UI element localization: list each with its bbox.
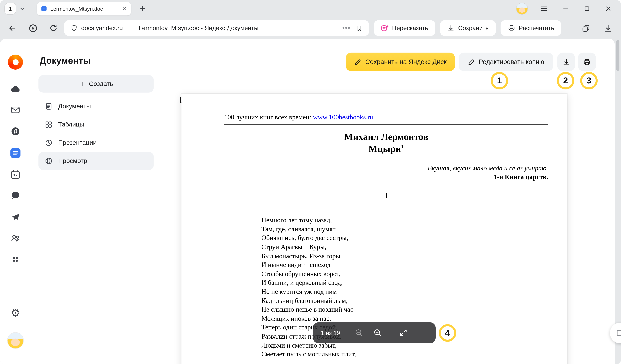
documents-blue-icon [9, 147, 21, 159]
save-page-button[interactable]: Сохранить [440, 20, 496, 36]
sidebar-item-view[interactable]: Просмотр [38, 152, 154, 170]
document-header: 100 лучших книг всех времен: www.100best… [224, 113, 548, 125]
shield-icon [70, 25, 78, 32]
sidebar-item-tables[interactable]: Таблицы [38, 115, 154, 134]
calendar-icon: 17 [10, 169, 20, 179]
back-button[interactable] [7, 23, 17, 33]
browser-window: 1 Lermontov_Mtsyri.doc [0, 0, 621, 364]
svg-text:Я: Я [32, 26, 34, 30]
address-more-icon[interactable]: ••• [342, 24, 350, 32]
tabs-dropdown-button[interactable] [18, 4, 27, 13]
reload-button[interactable] [48, 23, 59, 33]
yandex-home-button[interactable]: Я [28, 23, 38, 33]
hamburger-menu-icon [540, 5, 548, 13]
print-document-button[interactable] [578, 53, 596, 71]
chat-bubble-icon [11, 190, 20, 200]
sidebar-item-label: Документы [58, 103, 91, 110]
url-page-title: Lermontov_Mtsyri.doc - Яндекс Документы [139, 25, 342, 32]
plus-icon [139, 6, 146, 12]
browser-menu-button[interactable] [539, 4, 549, 14]
header-link[interactable]: www.100bestbooks.ru [313, 113, 373, 121]
author-title: Михаил Лермонтов [224, 131, 548, 143]
poem-line: Был монастырь. Из-за горы [261, 252, 548, 261]
sidebar-item-label: Презентации [58, 139, 97, 146]
poem-line: Кадильниц благовонный дым, [261, 296, 548, 305]
address-bar[interactable]: docs.yandex.ru Lermontov_Mtsyri.doc - Ян… [64, 20, 369, 36]
edit-copy-button[interactable]: Редактировать копию [459, 53, 553, 71]
services-rail: 17 [0, 39, 31, 364]
poem-line: Немного лет тому назад, [261, 216, 548, 225]
zoom-out-button[interactable] [354, 328, 363, 337]
pie-chart-icon [45, 139, 53, 147]
calendar-service-button[interactable]: 17 [10, 169, 20, 179]
save-to-disk-button[interactable]: Сохранить на Яндекс Диск [346, 53, 455, 71]
cloud-icon [10, 84, 20, 94]
download-icon [447, 24, 455, 32]
tab-strip: 1 Lermontov_Mtsyri.doc [0, 0, 621, 17]
annotation-circle-3: 3 [580, 72, 598, 89]
side-panel-button[interactable] [581, 23, 591, 33]
retell-button[interactable]: Пересказать [374, 20, 435, 36]
zoom-in-button[interactable] [373, 328, 382, 337]
poem-line: Там, где, сливаяся, шумят [261, 225, 548, 234]
yandex-logo-icon: Я [28, 24, 37, 33]
poem-title: Мцыри1 [224, 143, 548, 155]
all-services-button[interactable] [11, 254, 20, 265]
envelope-icon [11, 105, 20, 115]
download-document-button[interactable] [557, 53, 575, 71]
maximize-button[interactable] [582, 4, 592, 14]
epigraph-source: 1-я Книга царств. [224, 173, 548, 182]
yandex-start-icon [8, 55, 23, 70]
page-scrollbar[interactable] [615, 39, 621, 364]
collections-icon [582, 24, 590, 32]
edit-copy-label: Редактировать копию [479, 58, 544, 65]
poem-line: Молящих иноков за нас. [261, 314, 548, 323]
documents-sidebar: Документы Создать Документы [31, 39, 162, 364]
telegram-service-button[interactable] [11, 212, 20, 222]
header-text: 100 лучших книг всех времен: [224, 113, 313, 121]
print-page-button[interactable]: Распечатать [500, 20, 561, 36]
svg-text:17: 17 [13, 173, 18, 177]
mail-service-button[interactable] [11, 105, 20, 115]
messenger-service-button[interactable] [11, 190, 20, 200]
scrollbar-thumb[interactable] [616, 40, 619, 71]
paper-plane-icon [11, 212, 20, 222]
sidebar-item-presentations[interactable]: Презентации [38, 134, 154, 152]
active-tab[interactable]: Lermontov_Mtsyri.doc [37, 2, 131, 16]
profile-avatar[interactable] [517, 3, 528, 14]
fullscreen-button[interactable] [399, 329, 407, 337]
sidebar-item-label: Таблицы [58, 121, 84, 128]
downloads-panel-button[interactable] [603, 23, 613, 33]
pencil-icon [354, 58, 361, 65]
music-icon [11, 126, 20, 136]
save-to-disk-label: Сохранить на Яндекс Диск [365, 58, 447, 65]
address-bar-row: Я docs.yandex.ru Lermontov_Mtsyri.doc - … [0, 17, 621, 39]
poem-line: Обнявшись, будто две сестры, [261, 234, 548, 243]
close-window-button[interactable] [604, 4, 613, 14]
music-service-button[interactable] [11, 126, 20, 136]
tab-counter-button[interactable]: 1 [5, 3, 16, 14]
reload-icon [49, 24, 58, 32]
yandex-start-button[interactable] [8, 55, 23, 70]
alice-button[interactable] [7, 332, 23, 348]
settings-button[interactable]: ⚙ [11, 307, 20, 318]
contacts-service-button[interactable] [10, 233, 20, 243]
bookmark-icon[interactable] [356, 25, 363, 31]
create-button[interactable]: Создать [38, 75, 154, 93]
poem-line: Струи Арагвы и Куры, [261, 243, 548, 252]
globe-icon [45, 157, 53, 165]
new-tab-button[interactable] [138, 3, 148, 14]
disk-service-button[interactable] [10, 84, 20, 94]
retell-label: Пересказать [392, 25, 428, 32]
url-domain: docs.yandex.ru [81, 25, 123, 32]
annotation-circle-2: 2 [557, 72, 574, 89]
minimize-button[interactable] [561, 4, 570, 14]
sidebar-item-documents[interactable]: Документы [38, 97, 154, 115]
close-icon [605, 6, 612, 12]
maximize-icon [584, 6, 590, 12]
minimize-icon [562, 6, 569, 12]
create-label: Создать [89, 80, 113, 87]
downloads-icon [604, 24, 612, 32]
documents-service-button[interactable] [9, 147, 21, 159]
tab-close-icon[interactable] [121, 6, 127, 12]
